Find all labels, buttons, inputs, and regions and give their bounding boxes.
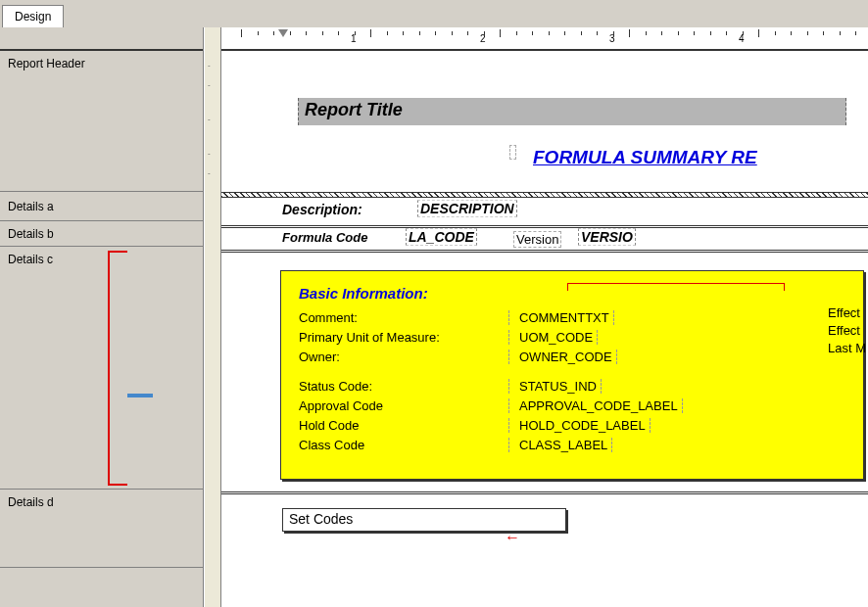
owner-label[interactable]: Owner: (299, 350, 509, 364)
version-label[interactable]: Version (513, 231, 561, 248)
details-d-block[interactable]: Set Codes ← (221, 494, 868, 569)
ruler-tick (419, 31, 420, 35)
formula-code-field[interactable]: LA_CODE (406, 228, 477, 246)
section-details-a[interactable]: Details a (0, 192, 203, 221)
indent-marker-icon[interactable] (278, 29, 288, 37)
ruler-tick (338, 31, 339, 35)
ruler-tick (758, 29, 759, 37)
ruler[interactable]: 1 2 3 4 (221, 27, 868, 51)
ruler-tick (564, 31, 565, 35)
red-top-bracket-annotation (567, 283, 785, 291)
ruler-tick (306, 31, 307, 35)
ruler-tick (258, 31, 259, 35)
class-label[interactable]: Class Code (299, 438, 509, 452)
ruler-tick (290, 31, 291, 35)
version-field[interactable]: VERSIO (578, 228, 636, 246)
ruler-tick (581, 31, 582, 35)
section-column: Report Header Details a Details b Detail… (0, 27, 204, 607)
uom-label[interactable]: Primary Unit of Measure: (299, 330, 509, 345)
ruler-tick (452, 31, 453, 35)
report-header-block[interactable]: Report Title FORMULA SUMMARY RE (221, 51, 868, 192)
tab-bar: Design (0, 0, 868, 27)
details-c-block[interactable]: Basic Information: Comment:COMMENTTXT Pr… (221, 253, 868, 491)
set-codes-field[interactable]: Set Codes ← (282, 508, 566, 532)
ruler-tick (467, 31, 468, 35)
ruler-tick (403, 31, 404, 35)
ruler-tick (694, 31, 695, 35)
details-a-block[interactable]: Description: DESCRIPTION (221, 198, 868, 225)
ruler-tick (597, 31, 598, 35)
design-canvas[interactable]: 1 2 3 4 Report Title FORMULA SUMMARY RE … (221, 27, 868, 607)
ruler-tick (678, 31, 679, 35)
section-report-header[interactable]: Report Header (0, 51, 203, 192)
section-label-text: Details a (8, 200, 54, 213)
section-details-b[interactable]: Details b (0, 221, 203, 247)
ruler-tick (387, 31, 388, 35)
set-codes-text: Set Codes (289, 511, 353, 527)
ruler-tick (807, 31, 808, 35)
hold-label[interactable]: Hold Code (299, 418, 509, 433)
ruler-tick (710, 31, 711, 35)
section-details-c[interactable]: Details c (0, 247, 203, 490)
owner-field[interactable]: OWNER_CODE (519, 350, 617, 364)
ruler-tick (791, 31, 792, 35)
section-label-text: Details d (8, 495, 54, 509)
ruler-tick (516, 31, 517, 35)
status-field[interactable]: STATUS_IND (519, 379, 602, 394)
ruler-tick (273, 31, 274, 35)
blue-dash-annotation (127, 394, 153, 397)
section-label-text: Details b (8, 227, 54, 241)
effect-label-1[interactable]: Effect (828, 305, 866, 323)
formula-code-label[interactable]: Formula Code (282, 230, 367, 245)
ruler-tick (435, 31, 436, 35)
field-marker[interactable] (509, 145, 516, 160)
approval-field[interactable]: APPROVAL_CODE_LABEL (519, 398, 683, 413)
class-field[interactable]: CLASS_LABEL (519, 438, 612, 452)
section-label-text: Details c (8, 253, 53, 266)
ruler-tick (549, 31, 550, 35)
comment-field[interactable]: COMMENTTXT (519, 310, 614, 325)
formula-summary-title-field[interactable]: FORMULA SUMMARY RE (533, 147, 757, 168)
red-bracket-annotation (108, 251, 127, 486)
ruler-tick (370, 29, 371, 37)
ruler-tick (775, 31, 776, 35)
ruler-tick (241, 29, 242, 37)
ruler-tick (322, 31, 323, 35)
approval-label[interactable]: Approval Code (299, 398, 509, 413)
status-label[interactable]: Status Code: (299, 379, 509, 394)
comment-label[interactable]: Comment: (299, 310, 509, 325)
details-b-block[interactable]: Formula Code LA_CODE Version VERSIO (221, 228, 868, 250)
ruler-tick (840, 31, 841, 35)
hold-field[interactable]: HOLD_CODE_LABEL (519, 418, 651, 433)
ruler-tick (484, 31, 485, 35)
effect-label-2[interactable]: Effect (828, 323, 866, 341)
main-layout: Report Header Details a Details b Detail… (0, 27, 868, 607)
ruler-tick (613, 31, 614, 35)
description-label[interactable]: Description: (282, 202, 362, 217)
uom-field[interactable]: UOM_CODE (519, 330, 598, 345)
ruler-tick (726, 31, 727, 35)
gutter: - - - - - (204, 27, 221, 607)
ruler-tick (355, 31, 356, 35)
right-side-labels: Effect Effect Last M (828, 305, 866, 358)
left-arrow-icon: ← (505, 529, 520, 546)
report-title-field[interactable]: Report Title (298, 98, 846, 125)
section-label-text: Report Header (8, 57, 85, 70)
last-label[interactable]: Last M (828, 341, 866, 358)
ruler-tick (661, 31, 662, 35)
ruler-tick (532, 31, 533, 35)
ruler-tick (823, 31, 824, 35)
tab-design[interactable]: Design (2, 5, 64, 27)
ruler-tick (743, 31, 744, 35)
ruler-tick (500, 29, 501, 37)
ruler-tick (646, 31, 647, 35)
section-details-d[interactable]: Details d (0, 490, 203, 568)
basic-info-panel[interactable]: Basic Information: Comment:COMMENTTXT Pr… (280, 270, 864, 480)
ruler-tick (855, 31, 856, 35)
ruler-tick (629, 29, 630, 37)
description-field[interactable]: DESCRIPTION (417, 200, 517, 217)
